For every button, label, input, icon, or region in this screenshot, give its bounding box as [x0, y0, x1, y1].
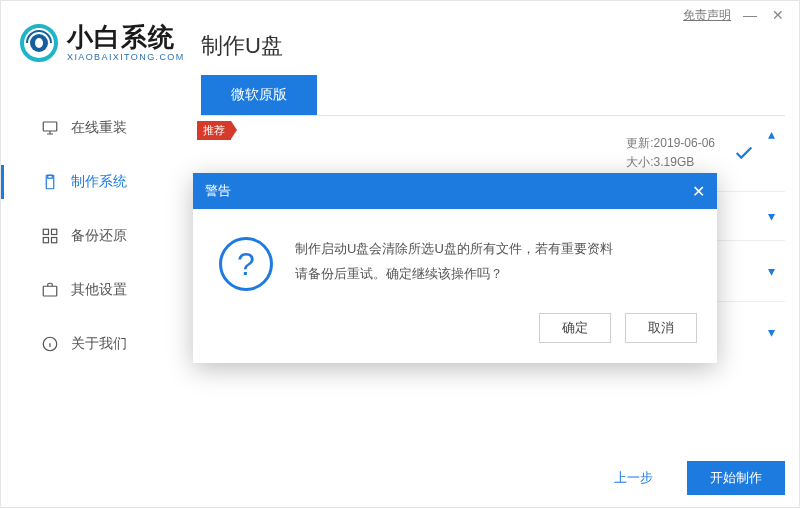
info-icon: [41, 335, 59, 353]
svg-rect-8: [43, 238, 48, 243]
suitcase-icon: [41, 281, 59, 299]
sidebar: 在线重装 制作系统 备份还原 其他设置 关于我们: [1, 101, 179, 371]
dialog-actions: 确定 取消: [193, 303, 717, 363]
tab-microsoft-original[interactable]: 微软原版: [201, 75, 317, 115]
usb-icon: [41, 173, 59, 191]
check-icon: [733, 142, 755, 167]
app-logo: 小白系统 XIAOBAIXITONG.COM: [19, 23, 185, 63]
dialog-message: 制作启动U盘会清除所选U盘的所有文件，若有重要资料 请备份后重试。确定继续该操作…: [295, 237, 613, 291]
chevron-down-icon[interactable]: ▾: [768, 208, 775, 224]
sidebar-item-about[interactable]: 关于我们: [1, 317, 179, 371]
brand-name-cn: 小白系统: [67, 24, 185, 50]
recommended-badge: 推荐: [197, 121, 231, 140]
sidebar-item-label: 其他设置: [71, 281, 127, 299]
window-controls: 免责声明 — ✕: [683, 1, 799, 29]
minimize-button[interactable]: —: [741, 7, 759, 23]
sidebar-item-online-reinstall[interactable]: 在线重装: [1, 101, 179, 155]
brand-name-en: XIAOBAIXITONG.COM: [67, 53, 185, 62]
chevron-down-icon[interactable]: ▾: [768, 263, 775, 279]
ok-button[interactable]: 确定: [539, 313, 611, 343]
svg-rect-5: [48, 175, 53, 178]
sidebar-item-label: 制作系统: [71, 173, 127, 191]
sidebar-item-backup-restore[interactable]: 备份还原: [1, 209, 179, 263]
svg-rect-3: [43, 122, 57, 131]
sidebar-item-label: 关于我们: [71, 335, 127, 353]
monitor-icon: [41, 119, 59, 137]
svg-rect-9: [52, 238, 57, 243]
close-window-button[interactable]: ✕: [769, 7, 787, 23]
sidebar-item-make-system[interactable]: 制作系统: [1, 155, 179, 209]
chevron-down-icon[interactable]: ▾: [768, 324, 775, 340]
close-icon[interactable]: ✕: [692, 182, 705, 201]
cancel-button[interactable]: 取消: [625, 313, 697, 343]
warning-dialog: 警告 ✕ ? 制作启动U盘会清除所选U盘的所有文件，若有重要资料 请备份后重试。…: [193, 173, 717, 363]
sidebar-item-label: 在线重装: [71, 119, 127, 137]
logo-icon: [19, 23, 59, 63]
dialog-title: 警告: [205, 182, 231, 200]
svg-point-2: [35, 38, 43, 48]
sidebar-item-other-settings[interactable]: 其他设置: [1, 263, 179, 317]
prev-step-button[interactable]: 上一步: [592, 461, 675, 495]
question-icon: ?: [219, 237, 273, 291]
chevron-up-icon[interactable]: ▴: [768, 126, 775, 142]
svg-rect-6: [43, 229, 48, 234]
page-title: 制作U盘: [201, 31, 785, 61]
sidebar-item-label: 备份还原: [71, 227, 127, 245]
svg-rect-7: [52, 229, 57, 234]
tab-bar: 微软原版: [201, 75, 785, 116]
disclaimer-link[interactable]: 免责声明: [683, 7, 731, 24]
svg-rect-10: [43, 286, 57, 296]
footer-actions: 上一步 开始制作: [592, 461, 785, 495]
dialog-titlebar: 警告 ✕: [193, 173, 717, 209]
grid-icon: [41, 227, 59, 245]
os-meta: 更新:2019-06-06 大小:3.19GB: [626, 134, 715, 172]
start-make-button[interactable]: 开始制作: [687, 461, 785, 495]
